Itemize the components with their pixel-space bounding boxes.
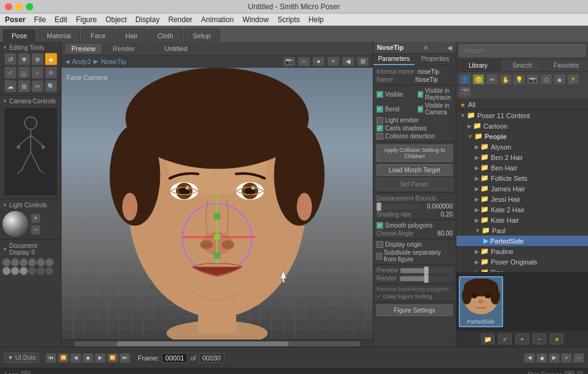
tree-item-poser11[interactable]: ▼ 📁 Poser 11 Content (456, 110, 588, 121)
display-dot-12[interactable] (46, 267, 54, 275)
tool-btn7[interactable]: ⊞ (18, 80, 30, 92)
menu-help[interactable]: Help (309, 15, 324, 24)
cb-smooth-polygons[interactable]: ✓ Smooth polygons (373, 221, 456, 229)
display-dot-4[interactable] (28, 258, 36, 266)
add-light-btn[interactable]: + (31, 213, 41, 223)
display-dot-10[interactable] (28, 267, 36, 275)
btn-prev-frame[interactable]: ◀ (524, 353, 535, 363)
lib-light-icon[interactable]: 💡 (513, 74, 525, 85)
menu-animation[interactable]: Animation (201, 15, 234, 24)
btn-plus-frame[interactable]: + (561, 353, 572, 363)
display-dot-6[interactable] (46, 258, 54, 266)
figure-settings-btn[interactable]: Figure Settings (376, 304, 453, 316)
lib-tab-library[interactable]: Library (456, 60, 501, 71)
tab-cloth[interactable]: Cloth (148, 29, 183, 42)
load-morph-btn[interactable]: Load Morph Target (376, 164, 453, 176)
btn-keyframe[interactable]: ◆ (536, 353, 547, 363)
vp-plus-btn[interactable]: + (327, 57, 340, 66)
ntab-properties[interactable]: Properties (415, 54, 456, 65)
maximize-button[interactable] (26, 3, 33, 10)
tool-morph[interactable]: ◈ (45, 53, 57, 65)
lib-remove-btn[interactable]: − (533, 333, 546, 344)
display-dot-5[interactable] (37, 258, 45, 266)
tree-item-pauline[interactable]: ▶ 📁 Pauline (456, 246, 588, 257)
tab-pose[interactable]: Pose (2, 29, 36, 42)
tree-item-benhair[interactable]: ▶ 📁 Ben Hair (456, 162, 588, 173)
menu-object[interactable]: Object (105, 15, 127, 24)
tab-hair[interactable]: Hair (116, 29, 147, 42)
vp-grid-btn[interactable]: ⊞ (357, 57, 369, 66)
tree-item-katehair[interactable]: ▶ 📁 Kate Hair (456, 215, 588, 225)
menu-file[interactable]: File (34, 15, 46, 24)
tree-item-partedside[interactable]: ▶ PartedSide (456, 236, 588, 246)
display-dot-7[interactable] (2, 267, 10, 275)
lib-face-icon[interactable]: 😊 (472, 74, 485, 85)
lib-folder-btn[interactable]: 📁 (481, 333, 495, 344)
lib-star-btn[interactable]: ★ (550, 333, 563, 344)
lib-hair-icon[interactable]: ✂ (486, 74, 498, 85)
search-input[interactable] (459, 44, 586, 57)
tool-zoom[interactable]: 🔍 (45, 80, 57, 92)
tool-btn2[interactable]: ⤢ (4, 66, 17, 79)
btn-step-fwd[interactable]: ⏩ (107, 353, 118, 363)
display-dot-8[interactable] (11, 267, 19, 275)
lib-tab-favorites[interactable]: Favorites (544, 60, 588, 71)
lib-hand-icon[interactable]: ✋ (499, 74, 512, 85)
nosetip-close-icon[interactable]: ✕ (423, 44, 428, 51)
lib-figure-icon[interactable]: 👤 (459, 74, 471, 85)
tool-btn5[interactable]: ⊘ (45, 66, 57, 79)
ui-dots-btn[interactable]: ▼ UI Dots (4, 352, 39, 363)
btn-go-start[interactable]: ⏮ (46, 353, 57, 363)
menu-edit[interactable]: Edit (55, 15, 68, 24)
thumbnail-item[interactable]: PartedSide (459, 276, 503, 327)
cb-bend[interactable]: ✓ Bend (373, 101, 415, 116)
menu-display[interactable]: Display (135, 15, 159, 24)
skip-frames-up[interactable]: ▲▼ (577, 371, 583, 375)
cb-light-emitter[interactable]: Light emitter (373, 116, 456, 124)
tab-setup[interactable]: Setup (184, 29, 220, 42)
display-dot-1[interactable] (2, 258, 10, 266)
btn-stop[interactable]: ■ (82, 353, 93, 363)
lib-tab-search[interactable]: Search (501, 60, 545, 71)
lib-check-btn[interactable]: ✓ (498, 333, 512, 344)
menu-window[interactable]: Window (242, 15, 269, 24)
tool-translate[interactable]: ✥ (18, 53, 30, 65)
tool-btn6[interactable]: ☁ (4, 80, 17, 92)
camera-icon[interactable]: 📷 (283, 57, 295, 66)
menu-scripts[interactable]: Scripts (277, 15, 300, 24)
tool-btn3[interactable]: △ (18, 66, 30, 79)
set-param-btn[interactable]: Set Param (376, 178, 453, 190)
tree-item-ben2hair[interactable]: ▶ 📁 Ben 2 Hair (456, 152, 588, 162)
lib-pose-icon[interactable]: 🏃 (567, 74, 579, 85)
tree-item-alyson[interactable]: ▶ 📁 Alyson (456, 141, 588, 152)
btn-next-frame[interactable]: ▶ (549, 353, 560, 363)
skip-frames-value[interactable]: 0 (565, 371, 574, 375)
tree-item-folliclesets[interactable]: ▶ 📁 Follicle Sets (456, 173, 588, 183)
current-frame[interactable]: 00001 (162, 353, 188, 363)
vp-prev-btn[interactable]: ◀ (342, 57, 354, 66)
display-dot-3[interactable] (20, 258, 28, 266)
cb-casts-shadows[interactable]: ✓ Casts shadows (373, 124, 456, 132)
tree-item-paul[interactable]: ▼ 📁 Paul (456, 225, 588, 236)
tool-btn8[interactable]: ✂ (31, 80, 44, 92)
cb-visible[interactable]: ✓ Visible (373, 87, 415, 101)
btn-go-end[interactable]: ⏭ (119, 353, 130, 363)
menu-render[interactable]: Render (168, 15, 192, 24)
vp-circle-btn[interactable]: ○ (298, 57, 310, 66)
tree-item-jameshair[interactable]: ▶ 📁 James Hair (456, 183, 588, 194)
remove-light-btn[interactable]: − (31, 225, 41, 235)
nosetip-expand-icon[interactable]: ◀ (447, 44, 452, 51)
display-dot-2[interactable] (11, 258, 19, 266)
tool-rotate[interactable]: ↺ (4, 53, 17, 65)
cb-collision[interactable]: Collision detection (373, 132, 456, 140)
tool-btn4[interactable]: ○ (31, 66, 44, 79)
cb-display-origin[interactable]: Display origin (373, 241, 456, 249)
vp-dot-btn[interactable]: ● (312, 57, 325, 66)
lib-camera-icon[interactable]: 📷 (526, 74, 539, 85)
lib-material-icon[interactable]: ◈ (554, 74, 566, 85)
menu-figure[interactable]: Figure (76, 15, 97, 24)
tree-item-cartoon[interactable]: ▶ 📁 Cartoon (456, 121, 588, 131)
ntab-parameters[interactable]: Parameters (373, 54, 415, 65)
lib-add-btn[interactable]: + (515, 333, 529, 344)
tree-item-people[interactable]: ▼ 📁 People (456, 131, 588, 141)
